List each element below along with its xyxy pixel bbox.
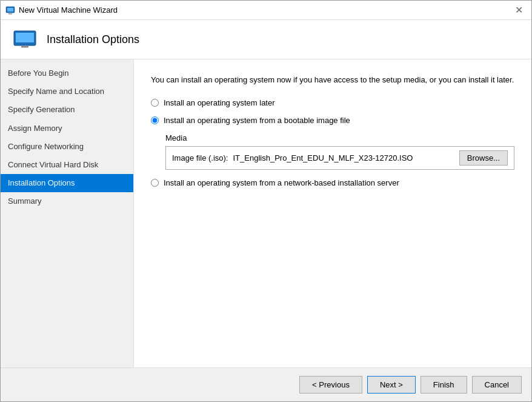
option-install-image-row: Install an operating system from a boota… <box>151 116 514 125</box>
finish-button[interactable]: Finish <box>421 376 467 394</box>
title-bar: New Virtual Machine Wizard ✕ <box>1 1 531 20</box>
media-value: IT_English_Pro_Ent_EDU_N_MLF_X23-12720.I… <box>233 153 454 162</box>
wizard-window: New Virtual Machine Wizard ✕ Installatio… <box>0 0 532 402</box>
title-bar-left: New Virtual Machine Wizard <box>5 5 118 15</box>
svg-rect-4 <box>16 33 34 42</box>
sidebar-item-assign-memory[interactable]: Assign Memory <box>1 119 133 138</box>
vm-icon <box>5 5 15 15</box>
sidebar-item-configure-networking[interactable]: Configure Networking <box>1 138 133 156</box>
media-label: Media <box>165 133 514 142</box>
previous-button[interactable]: < Previous <box>299 376 362 394</box>
sidebar-item-connect-vhd[interactable]: Connect Virtual Hard Disk <box>1 156 133 174</box>
media-field-label: Image file (.iso): <box>172 153 228 162</box>
label-install-later[interactable]: Install an operating system later <box>164 98 275 107</box>
sidebar-item-specify-generation[interactable]: Specify Generation <box>1 101 133 119</box>
sidebar-item-summary[interactable]: Summary <box>1 192 133 210</box>
option-install-network-row: Install an operating system from a netwo… <box>151 178 514 187</box>
intro-text: You can install an operating system now … <box>151 74 514 86</box>
radio-install-from-network[interactable] <box>151 179 159 187</box>
content-area: Before You BeginSpecify Name and Locatio… <box>1 59 531 367</box>
label-install-from-image[interactable]: Install an operating system from a boota… <box>164 116 350 125</box>
sidebar: Before You BeginSpecify Name and Locatio… <box>1 59 134 367</box>
page-title: Installation Options <box>47 33 139 46</box>
radio-install-from-image[interactable] <box>151 116 159 124</box>
sidebar-item-installation-options[interactable]: Installation Options <box>1 174 133 192</box>
svg-rect-2 <box>8 13 12 15</box>
browse-button[interactable]: Browse... <box>459 150 508 166</box>
close-button[interactable]: ✕ <box>511 3 527 17</box>
svg-rect-5 <box>21 46 28 48</box>
cancel-button[interactable]: Cancel <box>472 376 522 394</box>
header: Installation Options <box>1 20 531 59</box>
window-title: New Virtual Machine Wizard <box>19 5 118 15</box>
main-content: You can install an operating system now … <box>134 59 531 367</box>
option-install-later-row: Install an operating system later <box>151 98 514 107</box>
sidebar-item-specify-name[interactable]: Specify Name and Location <box>1 82 133 101</box>
svg-rect-1 <box>7 8 13 12</box>
next-button[interactable]: Next > <box>367 376 416 394</box>
footer: < Previous Next > Finish Cancel <box>1 367 531 401</box>
radio-install-later[interactable] <box>151 99 159 107</box>
header-icon <box>13 30 37 49</box>
label-install-from-network[interactable]: Install an operating system from a netwo… <box>164 178 399 187</box>
media-row: Image file (.iso): IT_English_Pro_Ent_ED… <box>165 146 514 170</box>
sidebar-item-before-you-begin[interactable]: Before You Begin <box>1 64 133 82</box>
media-section: Media Image file (.iso): IT_English_Pro_… <box>165 133 514 170</box>
